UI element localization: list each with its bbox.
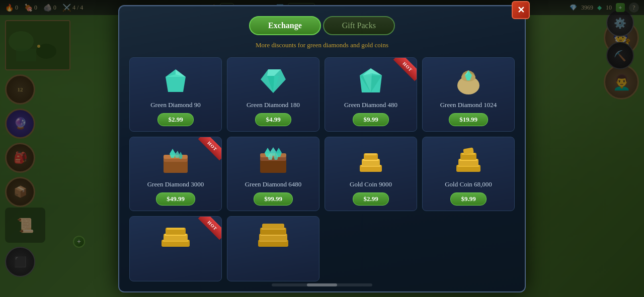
svg-rect-26 bbox=[260, 159, 286, 173]
hot-badge-gd3000: HOT bbox=[196, 137, 221, 162]
scroll-indicator[interactable] bbox=[272, 283, 372, 286]
empty-slot-1 bbox=[325, 216, 417, 256]
item-gc9000-price[interactable]: $2.99 bbox=[353, 192, 388, 206]
shop-modal: ✕ Exchange Gift Packs More discounts for… bbox=[118, 5, 526, 292]
tab-exchange[interactable]: Exchange bbox=[249, 16, 321, 35]
chest-diamond-icon bbox=[159, 144, 192, 176]
close-button[interactable]: ✕ bbox=[512, 1, 530, 19]
empty-slot-2 bbox=[422, 216, 515, 256]
large-chest-diamond-icon bbox=[257, 144, 289, 176]
svg-marker-24 bbox=[175, 151, 180, 158]
gold-bars-small-icon bbox=[355, 144, 387, 176]
item-gc68000-price[interactable]: $9.99 bbox=[450, 192, 486, 206]
hot-label-gd480: HOT bbox=[393, 58, 417, 81]
item-gc-large2[interactable] bbox=[227, 216, 319, 281]
gold-bars-xlarge-icon bbox=[257, 224, 289, 249]
gold-bars-medium-icon bbox=[452, 144, 485, 176]
hot-label-gd3000: HOT bbox=[198, 137, 221, 160]
item-gd1024-price[interactable]: $19.99 bbox=[449, 113, 488, 126]
item-gd90-name: Green Diamond 90 bbox=[150, 101, 201, 109]
item-gd180-name: Green Diamond 180 bbox=[247, 101, 300, 109]
item-gc-large1[interactable]: HOT bbox=[129, 216, 222, 281]
svg-rect-39 bbox=[365, 153, 377, 155]
scroll-thumb bbox=[307, 283, 337, 286]
hot-badge-gd480: HOT bbox=[391, 58, 417, 83]
item-gd1024-name: Green Diamond 1024 bbox=[440, 101, 497, 109]
modal-subtitle: More discounts for green diamonds and go… bbox=[129, 41, 515, 49]
item-gd3000[interactable]: HOT Green Diamond 3000 bbox=[129, 137, 222, 211]
item-gd1024[interactable]: Green Diamond 1024 $19.99 bbox=[422, 57, 515, 132]
item-gd480-name: Green Diamond 480 bbox=[344, 101, 397, 109]
svg-rect-59 bbox=[262, 224, 284, 229]
tab-gift-packs[interactable]: Gift Packs bbox=[323, 16, 395, 35]
item-gd6480[interactable]: Green Diamond 6480 $99.99 bbox=[227, 137, 319, 211]
svg-rect-52 bbox=[167, 228, 185, 230]
item-gd90-price[interactable]: $2.99 bbox=[157, 113, 193, 126]
diamond-large-icon bbox=[355, 65, 387, 97]
item-gc68000[interactable]: Gold Coin 68,000 $9.99 bbox=[422, 137, 515, 211]
item-gc68000-name: Gold Coin 68,000 bbox=[445, 180, 492, 188]
modal-overlay: ✕ Exchange Gift Packs More discounts for… bbox=[0, 0, 644, 297]
item-gc9000[interactable]: Gold Coin 9000 $2.99 bbox=[325, 137, 417, 211]
diamond-bag-icon bbox=[452, 65, 485, 97]
item-gd3000-price[interactable]: $49.99 bbox=[156, 192, 195, 206]
item-gd3000-name: Green Diamond 3000 bbox=[147, 180, 204, 188]
diamond-medium-icon bbox=[257, 65, 289, 97]
items-grid: Green Diamond 90 $2.99 Green Diamond 180… bbox=[129, 57, 515, 211]
diamond-small-icon bbox=[159, 65, 192, 97]
item-gd90[interactable]: Green Diamond 90 $2.99 bbox=[129, 57, 222, 132]
hot-badge-gc-large1: HOT bbox=[196, 217, 221, 242]
item-gd180[interactable]: Green Diamond 180 $4.99 bbox=[227, 57, 319, 132]
item-gc9000-name: Gold Coin 9000 bbox=[350, 180, 392, 188]
modal-tabs: Exchange Gift Packs bbox=[129, 16, 515, 35]
hot-label-gc-large1: HOT bbox=[198, 217, 221, 240]
gold-bars-large-icon bbox=[159, 224, 192, 249]
item-gd6480-name: Green Diamond 6480 bbox=[245, 180, 302, 188]
bottom-items-row: HOT bbox=[129, 216, 515, 281]
item-gd180-price[interactable]: $4.99 bbox=[255, 113, 291, 126]
item-gd480[interactable]: HOT Green Diamond 480 $9.99 bbox=[325, 57, 417, 132]
item-gd480-price[interactable]: $9.99 bbox=[353, 113, 388, 126]
item-gd6480-price[interactable]: $99.99 bbox=[254, 192, 293, 206]
